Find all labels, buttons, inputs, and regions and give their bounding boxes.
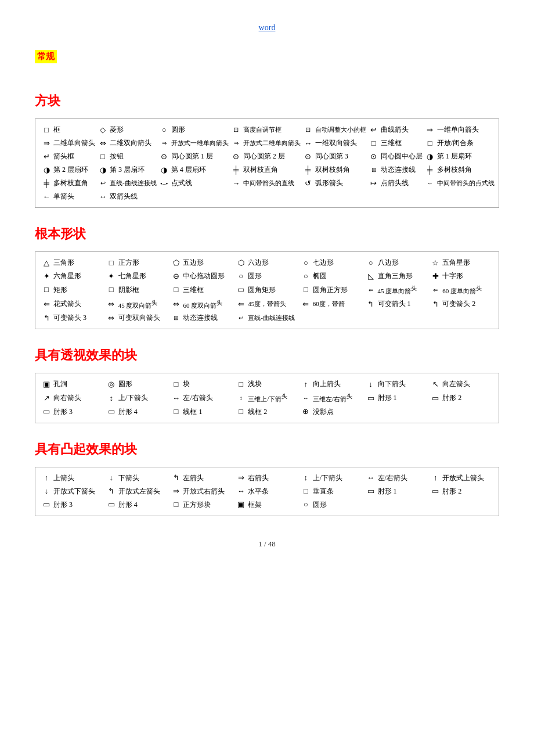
- shape-wujiaoxing: ☆五角星形: [430, 258, 493, 268]
- shape-ts-yuan: ◎圆形: [106, 379, 169, 389]
- shape-liubian: ⬡六边形: [236, 258, 298, 268]
- icon-tq-zuoyou: ↔: [366, 473, 376, 483]
- icon-shuang-zhijiao: ╪: [231, 165, 241, 175]
- shape-kebian-shuang: ⇔可变双向箭头: [106, 313, 169, 323]
- shape-babian: ○八边形: [366, 258, 428, 268]
- icon-duo-xiejiao: ╪: [425, 165, 435, 175]
- shape-tq-shangxia: ↕上/下箭头: [301, 473, 363, 483]
- icon-tq-kaifang-you: ⇒: [171, 487, 181, 496]
- shape-shanhuan1: ◑第 1 层扇环: [425, 152, 495, 161]
- shape-juxing: □矩形: [41, 285, 104, 296]
- shape-ts-you: ↗向右箭头: [41, 393, 104, 404]
- icon-tq-xia: ↓: [106, 473, 117, 483]
- shape-erwei-dan: ⇒二维单向箭头: [41, 138, 95, 148]
- icon-ts-zuo: ↖: [430, 380, 441, 389]
- shape-tq-shuiping: ↔水平条: [236, 487, 298, 496]
- icon-yuanxing: ○: [159, 125, 169, 135]
- shape-zhongjian-dian: ↔中间带箭头的点式线: [425, 178, 495, 188]
- shape-yuanxing: ○圆形: [159, 125, 229, 135]
- icon-ts-zhou2: ▭: [430, 394, 441, 403]
- shape-60-dai: ⇐60度，带箭: [301, 299, 363, 310]
- shape-60dan: ⇐60 度单向箭头: [430, 285, 493, 296]
- icon-shanhuan4: ◑: [159, 165, 169, 175]
- icon-tq-zhou1: ▭: [366, 487, 376, 496]
- shape-yiwei-shuang: ↔一维双向箭头: [303, 138, 366, 148]
- shape-ts-zhou3: ▭肘形 3: [41, 407, 104, 417]
- section-tuqi: 具有凸起效果的块 ↑上箭头 ↓下箭头 ↰左箭头 ⇒右箭头 ↕上/下箭头 ↔左/右…: [35, 441, 499, 516]
- shape-45shuang: ⇔45 度双向箭头: [106, 299, 169, 310]
- icon-kaifang-tiao: □: [425, 139, 435, 148]
- icon-ts-yuan: ◎: [106, 380, 117, 389]
- shape-kebian-1: ↰可变箭头 1: [366, 299, 428, 310]
- shape-tongxin-zhong: ⊙同心圆中心层: [369, 152, 423, 161]
- icon-huxing-jiantou: ↺: [303, 179, 313, 188]
- shape-tq-zhou3: ▭肘形 3: [41, 500, 104, 510]
- shape-lingxing: ◇菱形: [98, 125, 157, 135]
- icon-ts-3d-shangxia: ↕: [236, 395, 246, 401]
- shape-dongtai-jie2: ⊞动态连接线: [171, 313, 233, 323]
- icon-ts-xiankuang1: □: [171, 407, 181, 416]
- shape-ts-shangxia: ↕上/下箭头: [106, 393, 169, 404]
- shape-zhongxin-tuo: ⊖中心拖动圆形: [171, 271, 233, 281]
- icon-60dan: ⇐: [430, 287, 441, 293]
- shape-tongxin3: ⊙同心圆第 3: [303, 152, 366, 161]
- icon-shanhuan3: ◑: [98, 165, 108, 175]
- icon-tongxin-zhong: ⊙: [369, 152, 379, 161]
- shape-ts-moyingdian: ⊕没影点: [301, 407, 363, 417]
- shape-ts-3d-zuoyou: ↔三维左/右箭头: [301, 393, 363, 404]
- icon-ts-you: ↗: [41, 394, 52, 403]
- shape-dian-jiantou-xian: ↦点箭头线: [369, 178, 423, 188]
- icon-shanhuan2: ◑: [41, 165, 52, 175]
- shape-tq-yuan: ○圆形: [301, 500, 363, 510]
- shape-kongdong: ▣孔洞: [41, 379, 104, 389]
- icon-ts-qiankuai: □: [236, 380, 246, 389]
- shape-yuan: ○圆形: [236, 271, 298, 281]
- icon-zidong: ⊡: [303, 126, 313, 134]
- icon-45dan: ⇐: [366, 287, 376, 293]
- shape-zhixian-quxian: ↩直线-曲线连接线: [236, 313, 298, 323]
- icon-tq-shuiping: ↔: [236, 487, 246, 496]
- shape-sanjiaoxing: △三角形: [41, 258, 104, 268]
- shape-shanhuan2: ◑第 2 层扇环: [41, 165, 95, 175]
- shape-shanhuan3: ◑第 3 层扇环: [98, 165, 157, 175]
- icon-ts-xia: ↓: [366, 380, 376, 389]
- shape-huashi-jiantou: ⇐花式箭头: [41, 299, 104, 310]
- icon-sanwei-kuang2: □: [171, 285, 181, 294]
- shape-yuanjiao-zhengfang: □圆角正方形: [301, 285, 363, 296]
- shape-ts-zhou2: ▭肘形 2: [430, 393, 493, 404]
- icon-anniu: □: [98, 152, 108, 161]
- shape-jiantou-kuang: ↵箭头框: [41, 152, 95, 161]
- shape-tq-shang: ↑上箭头: [41, 473, 104, 483]
- icon-dongtai-jie2: ⊞: [171, 315, 181, 321]
- icon-60shuang: ⇔: [171, 300, 181, 309]
- shape-tuoyuan: ○椭圆: [301, 271, 363, 281]
- icon-kebian-1: ↰: [366, 300, 376, 309]
- page-title-link[interactable]: word: [259, 23, 276, 32]
- icon-quxian-jie: ↩: [98, 179, 108, 187]
- shape-dongtai-jie: ⊞动态连接线: [369, 165, 423, 175]
- icon-erwei-shuang: ⇔: [98, 139, 108, 148]
- icon-kaifang-yiwei: ⇒: [159, 140, 169, 146]
- shape-qijiaoxing: ✦七角星形: [106, 271, 169, 281]
- shape-liujiaoxing: ✦六角星形: [41, 271, 104, 281]
- icon-kongdong: ▣: [41, 380, 52, 389]
- shape-shanhuan4: ◑第 4 层扇环: [159, 165, 229, 175]
- icon-kebian-2: ↰: [430, 300, 441, 309]
- shape-kuang: □框: [41, 125, 95, 135]
- icon-yinying-kuang: □: [106, 285, 117, 294]
- section-label: 常规: [35, 50, 57, 63]
- shape-duo-zhijiao: ╪多树枝直角: [41, 178, 95, 188]
- icon-qibian: ○: [301, 258, 311, 268]
- shape-ts-xia: ↓向下箭头: [366, 379, 428, 389]
- icon-huashi: ⇐: [41, 300, 52, 309]
- shape-tongxin1: ⊙同心圆第 1 层: [159, 152, 229, 161]
- shape-huxing-jiantou: ↺弧形箭头: [303, 178, 366, 188]
- icon-liujiao: ✦: [41, 272, 52, 281]
- section-title-tuqi: 具有凸起效果的块: [35, 441, 499, 458]
- icon-ts-zuoyou: ↔: [171, 394, 181, 403]
- shape-wubian: ⬠五边形: [171, 258, 233, 268]
- icon-tq-zhengfang-kuai: □: [171, 500, 181, 509]
- shape-tq-you: ⇒右箭头: [236, 473, 298, 483]
- shape-tq-zhou2: ▭肘形 2: [430, 487, 493, 496]
- icon-zhengfang: □: [106, 258, 117, 268]
